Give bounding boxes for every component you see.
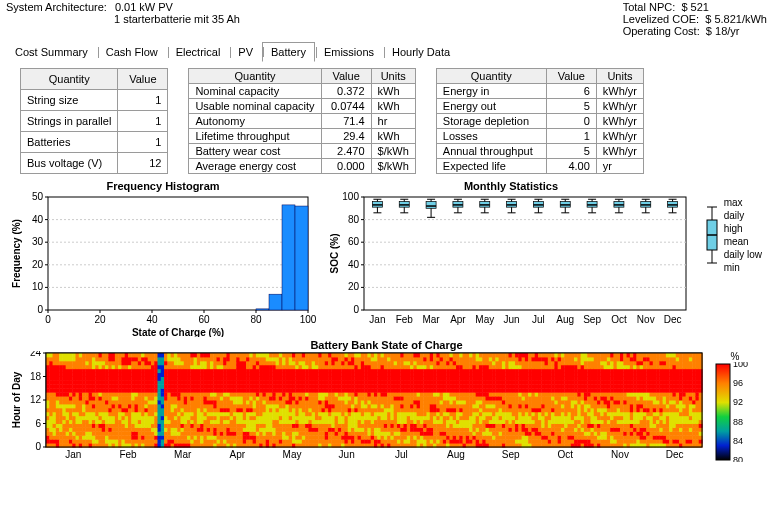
svg-rect-4193 — [600, 420, 604, 424]
svg-rect-488 — [92, 361, 96, 365]
svg-rect-4080 — [584, 392, 588, 396]
tab-hourly-data[interactable]: Hourly Data — [383, 42, 459, 62]
svg-rect-2710 — [397, 400, 401, 404]
tab-pv[interactable]: PV — [229, 42, 262, 62]
svg-rect-4188 — [600, 439, 604, 443]
svg-rect-2015 — [302, 396, 306, 400]
svg-rect-3264 — [472, 392, 476, 396]
svg-rect-1597 — [246, 435, 250, 439]
svg-rect-2955 — [430, 380, 434, 384]
svg-rect-4112 — [587, 361, 591, 365]
svg-rect-1952 — [292, 361, 296, 365]
svg-rect-3232 — [469, 424, 473, 428]
svg-rect-4408 — [630, 424, 634, 428]
svg-rect-3216 — [466, 392, 470, 396]
svg-rect-1792 — [272, 424, 276, 428]
svg-rect-3328 — [482, 424, 486, 428]
svg-rect-4192 — [600, 424, 604, 428]
svg-rect-3408 — [492, 392, 496, 396]
svg-text:Oct: Oct — [611, 314, 627, 325]
svg-rect-1119 — [180, 427, 184, 431]
svg-rect-818 — [138, 384, 142, 388]
svg-rect-742 — [128, 400, 132, 404]
svg-rect-1077 — [174, 404, 178, 408]
svg-rect-4895 — [695, 396, 699, 400]
tab-electrical[interactable]: Electrical — [167, 42, 230, 62]
svg-rect-1363 — [213, 412, 217, 416]
svg-rect-3528 — [508, 392, 512, 396]
tab-emissions[interactable]: Emissions — [315, 42, 383, 62]
svg-rect-4713 — [669, 357, 673, 361]
svg-rect-3318 — [479, 369, 483, 373]
svg-rect-994 — [161, 353, 165, 357]
svg-rect-583 — [105, 365, 109, 369]
svg-text:SOC (%): SOC (%) — [329, 234, 340, 274]
svg-rect-881 — [148, 420, 152, 424]
svg-rect-2038 — [305, 400, 309, 404]
svg-rect-2793 — [407, 357, 411, 361]
svg-rect-2685 — [394, 404, 398, 408]
svg-rect-292 — [66, 377, 70, 381]
svg-rect-2862 — [417, 369, 421, 373]
svg-rect-2837 — [413, 373, 417, 377]
svg-rect-3069 — [446, 404, 450, 408]
tab-cost-summary[interactable]: Cost Summary — [6, 42, 97, 62]
svg-rect-1984 — [299, 424, 303, 428]
svg-rect-2857 — [417, 388, 421, 392]
svg-rect-4459 — [636, 412, 640, 416]
svg-rect-1109 — [177, 373, 181, 377]
svg-rect-564 — [105, 439, 109, 443]
svg-rect-1765 — [269, 435, 273, 439]
svg-rect-1820 — [276, 408, 280, 412]
tab-cash-flow[interactable]: Cash Flow — [97, 42, 167, 62]
svg-rect-3104 — [449, 361, 453, 365]
svg-rect-3249 — [469, 357, 473, 361]
svg-rect-1391 — [217, 396, 221, 400]
svg-rect-720 — [125, 392, 129, 396]
svg-rect-2980 — [433, 377, 437, 381]
svg-rect-3516 — [508, 439, 512, 443]
svg-rect-3281 — [476, 420, 480, 424]
svg-rect-3081 — [446, 357, 450, 361]
tab-battery[interactable]: Battery — [262, 42, 315, 62]
svg-rect-2472 — [364, 392, 368, 396]
svg-rect-4397 — [627, 373, 631, 377]
svg-rect-4599 — [656, 427, 660, 431]
svg-rect-1674 — [256, 416, 260, 420]
svg-rect-1157 — [184, 373, 188, 377]
svg-rect-3527 — [508, 396, 512, 400]
svg-rect-3883 — [558, 412, 562, 416]
svg-rect-489 — [92, 357, 96, 361]
svg-rect-3230 — [469, 431, 473, 435]
svg-rect-2025 — [302, 357, 306, 361]
svg-rect-3121 — [453, 388, 457, 392]
svg-rect-1644 — [253, 439, 257, 443]
svg-rect-4026 — [577, 416, 581, 420]
svg-rect-4807 — [682, 365, 686, 369]
svg-rect-586 — [105, 353, 109, 357]
svg-rect-4614 — [656, 369, 660, 373]
svg-rect-725 — [125, 373, 129, 377]
svg-rect-2575 — [377, 365, 381, 369]
svg-rect-2039 — [305, 396, 309, 400]
svg-rect-3160 — [459, 424, 463, 428]
svg-rect-3025 — [440, 388, 444, 392]
svg-rect-4566 — [650, 369, 654, 373]
svg-rect-1555 — [240, 412, 244, 416]
svg-rect-550 — [102, 400, 106, 404]
svg-rect-4142 — [594, 431, 598, 435]
svg-rect-287 — [66, 396, 70, 400]
svg-rect-1358 — [213, 431, 217, 435]
svg-rect-2951 — [430, 396, 434, 400]
svg-rect-1030 — [167, 400, 171, 404]
svg-rect-815 — [138, 396, 142, 400]
svg-rect-4097 — [587, 420, 591, 424]
svg-rect-225 — [56, 357, 60, 361]
svg-rect-1530 — [236, 416, 240, 420]
svg-rect-1217 — [194, 420, 198, 424]
svg-rect-188 — [53, 408, 57, 412]
svg-rect-4874 — [692, 384, 696, 388]
svg-rect-4497 — [640, 357, 644, 361]
svg-rect-1450 — [223, 353, 227, 357]
svg-rect-2161 — [322, 388, 326, 392]
